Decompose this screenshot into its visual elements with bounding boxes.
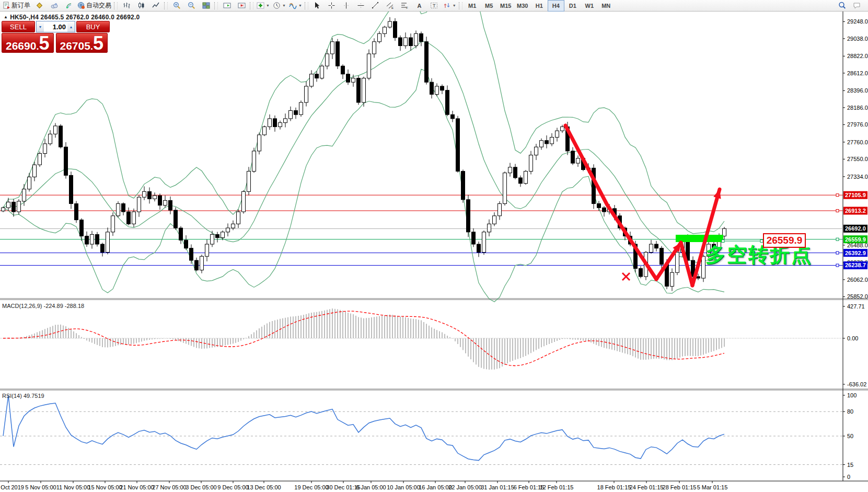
green-highlight-box (676, 235, 723, 242)
autotrade-button[interactable]: 自动交易 (76, 0, 113, 12)
chart-shift-button[interactable] (234, 0, 249, 12)
cloud-button[interactable] (47, 0, 61, 12)
dropdown-caret-icon: ▼ (298, 4, 302, 7)
timeframe-m30[interactable]: M30 (514, 0, 531, 12)
line-chart-button[interactable] (148, 0, 163, 12)
svg-text:0: 0 (847, 474, 850, 480)
timeframe-m1[interactable]: M1 (464, 0, 481, 12)
svg-text:26913.2: 26913.2 (845, 208, 866, 214)
timeframe-d1[interactable]: D1 (564, 0, 581, 12)
bar-chart-icon (123, 2, 131, 9)
svg-text:29248.0: 29248.0 (847, 18, 868, 25)
svg-text:26238.7: 26238.7 (845, 262, 866, 268)
svg-text:9 Dec 05:00: 9 Dec 05:00 (217, 484, 248, 490)
bar-chart-button[interactable] (119, 0, 134, 12)
crosshair-icon (328, 2, 335, 9)
horizontal-line-button[interactable] (354, 0, 368, 12)
svg-text:T: T (433, 3, 436, 8)
timeframe-m5[interactable]: M5 (481, 0, 497, 12)
svg-text:27105.9: 27105.9 (845, 192, 866, 198)
hline-icon (357, 2, 365, 9)
svg-text:25852.0: 25852.0 (847, 293, 868, 300)
styles-button[interactable] (32, 0, 47, 12)
zoom-out-icon (188, 2, 195, 9)
label-button[interactable]: T (427, 0, 442, 12)
svg-text:0.00: 0.00 (847, 335, 858, 341)
dropdown-caret-icon: ▼ (453, 4, 456, 7)
text-button[interactable]: A (412, 0, 427, 12)
svg-text:15 Nov 05:00: 15 Nov 05:00 (88, 484, 122, 490)
svg-text:30 Oct 2019: 30 Oct 2019 (0, 484, 24, 490)
clock-icon (273, 2, 281, 9)
volume-input[interactable] (44, 21, 67, 32)
svg-text:21 Nov 05:00: 21 Nov 05:00 (120, 484, 154, 490)
signal-button[interactable] (61, 0, 76, 12)
svg-text:26559.9: 26559.9 (845, 236, 866, 243)
svg-text:26692.0: 26692.0 (845, 225, 866, 232)
buy-price[interactable]: 26705.5 (56, 33, 108, 53)
svg-text:28 Feb 01:15: 28 Feb 01:15 (663, 484, 697, 490)
fibonacci-icon: F (401, 2, 409, 9)
vertical-line-button[interactable] (339, 0, 354, 12)
zoom-in-icon (173, 2, 181, 9)
toolbar-separator (214, 2, 218, 9)
toolbar-separator (305, 2, 308, 9)
sell-button[interactable]: SELL (2, 21, 35, 32)
periods-button[interactable]: ▼ (271, 0, 287, 12)
svg-text:29038.0: 29038.0 (847, 36, 868, 42)
cursor-button[interactable] (310, 0, 325, 12)
svg-text:28612.0: 28612.0 (847, 70, 868, 76)
sell-price[interactable]: 26690.5 (2, 33, 54, 53)
svg-text:28396.0: 28396.0 (847, 87, 868, 94)
timeframe-h4[interactable]: H4 (548, 0, 564, 12)
buy-button[interactable]: BUY (76, 21, 110, 32)
svg-text:19 Dec 05:00: 19 Dec 05:00 (294, 484, 328, 490)
add-indicator-button[interactable]: ▼ (255, 0, 271, 12)
dropdown-caret-icon: ▼ (266, 4, 270, 7)
timeframe-w1[interactable]: W1 (581, 0, 598, 12)
autotrade-icon (77, 2, 85, 9)
candle-chart-button[interactable] (134, 0, 148, 12)
cloud-icon (50, 2, 58, 9)
crosshair-button[interactable] (325, 0, 339, 12)
symbol-marker-icon: ▲ (4, 15, 8, 19)
tile-windows-button[interactable] (199, 0, 213, 12)
svg-text:3 Dec 05:00: 3 Dec 05:00 (186, 484, 216, 490)
timeframe-m15[interactable]: M15 (497, 0, 514, 12)
trendline-button[interactable] (368, 0, 383, 12)
fibonacci-button[interactable]: F (398, 0, 412, 12)
svg-text:30 Dec 01:15: 30 Dec 01:15 (326, 484, 360, 490)
chat-button[interactable] (849, 0, 864, 12)
zoom-in-button[interactable] (169, 0, 184, 12)
svg-text:A: A (418, 3, 422, 9)
shapes-button[interactable]: ▼ (442, 0, 458, 12)
cursor-icon (313, 2, 321, 9)
signal-icon (65, 2, 73, 9)
price-callout-label: 26559.9 (763, 233, 806, 248)
chat-icon (853, 2, 861, 9)
channel-button[interactable]: E (383, 0, 398, 12)
svg-text:11 Nov 05:00: 11 Nov 05:00 (56, 484, 90, 490)
svg-text:5 Nov 05:00: 5 Nov 05:00 (25, 484, 56, 490)
volume-increase-button[interactable]: ▲ (67, 21, 75, 32)
chart-symbol-title: ▲HK50-,H4 26465.5 26762.0 26460.0 26692.… (4, 14, 140, 21)
search-button[interactable] (835, 0, 849, 12)
volume-decrease-button[interactable]: ▼ (37, 21, 44, 32)
dropdown-caret-icon: ▼ (282, 4, 286, 7)
templates-button[interactable]: ▼ (287, 0, 304, 12)
toolbar: 新订单自动交易▼▼▼EFAT▼M1M5M15M30H1H4D1W1MN (0, 0, 868, 12)
svg-text:28186.0: 28186.0 (847, 105, 868, 111)
trendline-icon (372, 2, 379, 9)
svg-text:E: E (391, 6, 394, 9)
search-icon (838, 2, 846, 9)
zoom-out-button[interactable] (184, 0, 199, 12)
svg-text:31 Jan 01:15: 31 Jan 01:15 (481, 484, 514, 490)
candle-chart-icon (137, 2, 145, 9)
rsi-indicator-label: RSI(14) 49.7519 (2, 393, 44, 399)
macd-indicator-label: MACD(12,26,9) -224.89 -288.18 (2, 303, 84, 309)
timeframe-h1[interactable]: H1 (531, 0, 548, 12)
svg-text:13 Dec 05:00: 13 Dec 05:00 (247, 484, 281, 490)
auto-scroll-button[interactable] (219, 0, 234, 12)
new-order-button[interactable]: 新订单 (1, 0, 32, 12)
timeframe-mn[interactable]: MN (598, 0, 615, 12)
